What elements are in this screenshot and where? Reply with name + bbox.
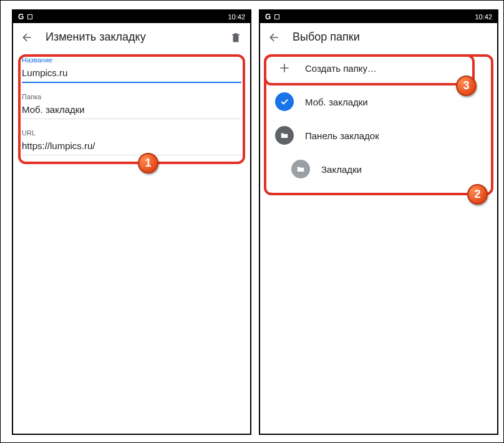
url-field[interactable]: URL: [22, 129, 241, 155]
status-bar: G 10:42: [13, 11, 250, 23]
page-title: Выбор папки: [293, 31, 492, 44]
create-folder-label: Создать папку…: [305, 63, 377, 74]
phone-left: G 10:42 Изменить закладку Название Папка…: [12, 9, 251, 435]
back-icon[interactable]: [265, 28, 284, 47]
google-icon: G: [18, 12, 24, 21]
folder-icon: [275, 126, 294, 145]
folder-label: Панель закладок: [305, 130, 379, 141]
back-icon[interactable]: [18, 28, 37, 47]
folder-input[interactable]: [22, 102, 241, 119]
folder-row-panel[interactable]: Панель закладок: [271, 119, 486, 152]
status-time: 10:42: [475, 13, 492, 21]
phone-right: G 10:42 Выбор папки Создать папку… Моб. …: [259, 9, 498, 435]
notification-icon: [274, 14, 279, 19]
badge-2: 2: [467, 184, 488, 205]
plus-icon: [275, 59, 294, 77]
name-field[interactable]: Название: [22, 56, 241, 83]
delete-icon[interactable]: [226, 28, 245, 47]
notification-icon: [27, 14, 32, 19]
create-folder-row[interactable]: Создать папку…: [271, 51, 486, 85]
badge-1: 1: [138, 153, 158, 173]
name-label: Название: [22, 56, 241, 64]
folder-row-mobile[interactable]: Моб. закладки: [271, 85, 486, 119]
app-bar-right: Выбор папки: [260, 23, 497, 51]
app-bar-left: Изменить закладку: [13, 23, 250, 51]
status-time: 10:42: [228, 13, 245, 21]
page-title: Изменить закладку: [46, 31, 218, 44]
folder-label: Моб. закладки: [305, 97, 368, 107]
folder-row-bookmarks[interactable]: Закладки: [271, 152, 486, 186]
url-input[interactable]: [22, 138, 241, 155]
folder-icon: [291, 160, 310, 178]
name-input[interactable]: [22, 65, 241, 83]
url-label: URL: [22, 129, 241, 137]
folder-label: Закладки: [321, 164, 362, 175]
google-icon: G: [265, 12, 271, 21]
folder-field[interactable]: Папка: [22, 93, 241, 119]
check-icon: [275, 92, 294, 111]
folder-label: Папка: [22, 93, 241, 100]
status-bar: G 10:42: [260, 11, 497, 23]
